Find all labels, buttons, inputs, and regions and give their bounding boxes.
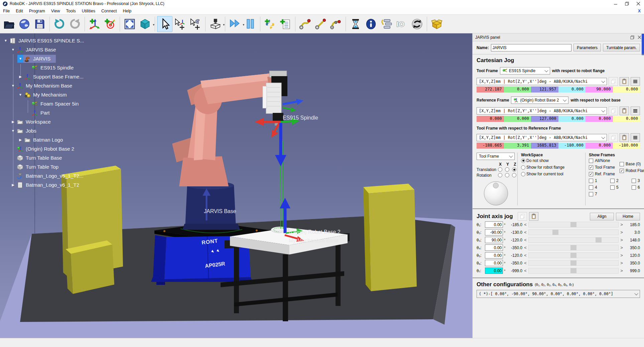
menu-program[interactable]: Program <box>26 7 48 14</box>
checkbox-box[interactable] <box>589 179 593 183</box>
pose-format-combo[interactable]: [X,Y,Z]mm | Rot[Z,Y',X'']deg - ABB/KUKA/… <box>477 78 607 85</box>
tree-item-batman-logo-v6-1-t2[interactable]: Batman_Logo_v6_1_T2... <box>0 171 104 180</box>
tree-item-my-mechanism[interactable]: ▼My Mechanism <box>0 90 104 99</box>
joint-decrement-button[interactable]: < <box>523 237 527 242</box>
joint-increment-button[interactable]: > <box>620 230 624 235</box>
checkbox-box[interactable] <box>610 179 615 183</box>
add-target-icon[interactable] <box>102 16 118 32</box>
tree-item-jarvis[interactable]: ▼JARVIS <box>0 54 104 63</box>
menu-utilities[interactable]: Utilities <box>79 7 98 14</box>
joint-decrement-button[interactable]: < <box>523 222 527 227</box>
close-panel-icon[interactable] <box>638 35 641 39</box>
joint-decrement-button[interactable]: < <box>523 230 527 235</box>
radio-show-for-robot-flange[interactable]: Show for robot flange <box>521 164 585 171</box>
tree-item-batman-logo[interactable]: ▶Batman Logo <box>0 135 104 144</box>
pose-value-cell[interactable]: 0.000 <box>586 116 613 122</box>
joint-value-input[interactable] <box>485 244 503 251</box>
wait-icon[interactable] <box>348 16 363 32</box>
joint-value-input[interactable] <box>485 229 503 235</box>
select-cursor-icon[interactable] <box>157 16 172 32</box>
fit-view-icon[interactable] <box>122 16 137 32</box>
joint-decrement-button[interactable]: < <box>523 253 527 258</box>
menubar-close-button[interactable]: X <box>638 9 641 13</box>
save-icon[interactable] <box>32 16 47 32</box>
restore-button[interactable] <box>621 0 633 7</box>
tree-item-jarvis-base[interactable]: ▼JARVIS Base <box>0 45 104 54</box>
translation-z-radio[interactable] <box>512 167 516 172</box>
pose-value-cell[interactable]: 0.000 <box>613 86 640 93</box>
joint-slider[interactable] <box>528 252 619 258</box>
joint-increment-button[interactable]: > <box>620 237 624 242</box>
checkbox-6[interactable]: 6 <box>632 184 644 191</box>
menu-view[interactable]: View <box>48 7 63 14</box>
yellow-fixture-right[interactable] <box>363 184 417 291</box>
menu-help[interactable]: Help <box>120 7 135 14</box>
joint-value-input[interactable] <box>485 221 503 228</box>
translation-y-radio[interactable] <box>505 167 509 172</box>
joint-value-input[interactable] <box>485 237 503 243</box>
radio-circle[interactable] <box>521 172 525 176</box>
tree-item-part[interactable]: Part <box>0 108 104 117</box>
sync-icon[interactable] <box>409 16 425 32</box>
checkbox-all-none[interactable]: All/None <box>589 157 620 164</box>
iso-view-icon[interactable]: ▾ <box>137 16 153 32</box>
add-python-icon[interactable] <box>262 16 278 32</box>
radio-show-for-current-tool[interactable]: Show for current tool <box>521 171 585 177</box>
movel-icon[interactable] <box>313 16 328 32</box>
joint-decrement-button[interactable]: < <box>523 261 527 266</box>
minimize-button[interactable] <box>610 0 621 7</box>
joint-slider-handle[interactable] <box>570 245 576 250</box>
joint-slider-handle[interactable] <box>596 237 602 242</box>
pose-value-cell[interactable]: 1685.813 <box>531 143 558 149</box>
tree-expander-expanded-icon[interactable]: ▼ <box>17 93 23 97</box>
jog-trackball[interactable] <box>484 181 508 205</box>
menu-connect[interactable]: Connect <box>98 7 120 14</box>
copy-pose-button[interactable] <box>609 133 618 142</box>
parameters-button[interactable]: Parameters <box>573 44 601 51</box>
radio-circle[interactable] <box>521 165 525 170</box>
tree-expander-expanded-icon[interactable]: ▼ <box>10 48 16 51</box>
event-icon[interactable] <box>429 16 444 32</box>
joint-slider-handle[interactable] <box>570 253 576 258</box>
undock-panel-icon[interactable] <box>630 35 634 39</box>
tree-item-batman-logo-v6-1-t2[interactable]: ▶Batman_Logo_v6_1_T2 <box>0 180 104 189</box>
pose-value-cell[interactable]: 3.391 <box>504 143 531 149</box>
jog-frame-combo[interactable]: Tool Frame <box>477 153 515 160</box>
turntable-param-button[interactable]: Turntable param. <box>603 44 640 51</box>
tree-expander-expanded-icon[interactable]: ▼ <box>17 55 23 63</box>
rotation-z-radio[interactable] <box>512 173 516 177</box>
joint-decrement-button[interactable]: < <box>523 268 527 273</box>
radio-do-not-show[interactable]: Do not show <box>521 157 585 164</box>
name-input[interactable] <box>491 44 571 51</box>
menu-edit[interactable]: Edit <box>13 7 26 14</box>
tree-item-support-base-frame[interactable]: ▶Support Base Frame... <box>0 72 104 81</box>
pose-format-combo[interactable]: [X,Y,Z]mm | Rot[Z,Y',X'']deg - ABB/KUKA/… <box>477 107 607 115</box>
dropdown-arrow-icon[interactable]: ▾ <box>153 23 154 26</box>
pose-menu-button[interactable] <box>631 107 640 115</box>
checkbox-box[interactable] <box>610 185 615 190</box>
checkbox-box[interactable] <box>620 162 624 166</box>
tree-expander-expanded-icon[interactable]: ▼ <box>3 39 9 42</box>
joint-slider-handle[interactable] <box>570 268 576 273</box>
robot-base-cylinder[interactable] <box>182 181 240 230</box>
pose-menu-button[interactable] <box>631 77 640 86</box>
close-button[interactable] <box>633 0 644 7</box>
pose-value-cell[interactable]: 0.000 <box>504 116 531 122</box>
joint-slider[interactable] <box>528 222 619 227</box>
pose-value-cell[interactable]: 121.957 <box>531 86 558 93</box>
movej-icon[interactable] <box>297 16 313 32</box>
checkbox-box[interactable] <box>589 159 593 163</box>
pose-value-cell[interactable]: 0.000 <box>477 116 504 122</box>
translation-x-radio[interactable] <box>498 167 502 172</box>
radio-circle[interactable] <box>521 159 525 163</box>
paste-pose-button[interactable] <box>620 77 629 86</box>
tree-item-foam-spacer-5in[interactable]: Foam Spacer 5in <box>0 99 104 108</box>
pose-value-cell[interactable]: -188.665 <box>477 143 504 149</box>
run-icon[interactable]: ▾ <box>227 16 243 32</box>
other-configurations-combo[interactable]: ( *)-[ 0.00°, -90.00°, 90.00°, 0.00°, 0.… <box>477 290 640 298</box>
align-button[interactable]: Align <box>590 213 614 220</box>
pose-value-cell[interactable]: 0.000 <box>586 143 613 149</box>
checkbox-box[interactable]: ✓ <box>620 169 624 173</box>
paste-pose-button[interactable] <box>620 133 629 142</box>
move-tool-cursor-icon[interactable] <box>188 16 203 32</box>
